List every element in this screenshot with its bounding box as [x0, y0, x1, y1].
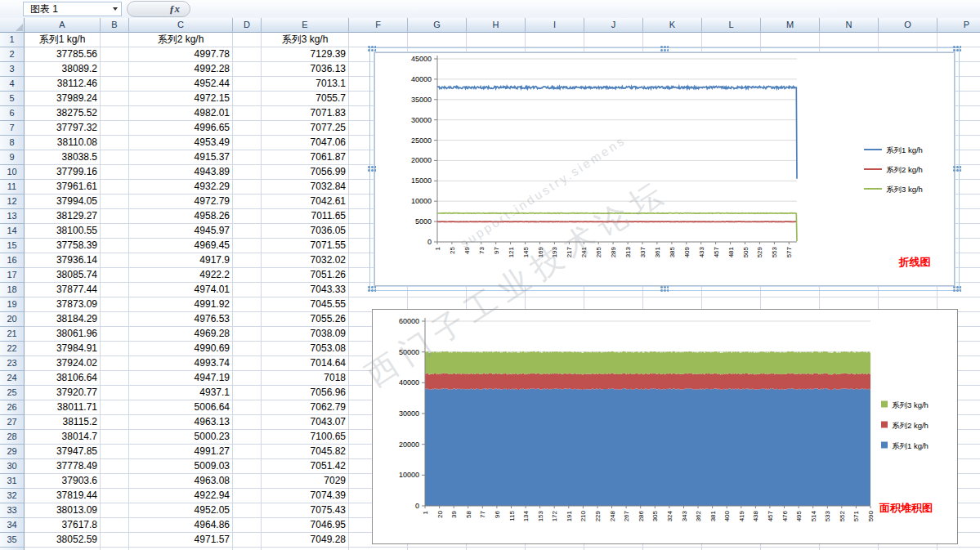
selection-handle[interactable] — [953, 46, 961, 52]
cell-D16[interactable] — [233, 253, 262, 268]
selection-handle[interactable] — [368, 166, 376, 172]
row-header-24[interactable]: 24 — [0, 371, 25, 386]
cell-D22[interactable] — [233, 342, 262, 356]
column-header-C[interactable]: C — [129, 18, 233, 33]
row-header-29[interactable]: 29 — [0, 445, 25, 459]
cell-B20[interactable] — [101, 312, 129, 327]
cell-I1[interactable] — [526, 33, 584, 47]
cell-A28[interactable]: 38014.7 — [25, 430, 101, 445]
row-header-22[interactable]: 22 — [0, 342, 25, 356]
line-chart-area[interactable]: 0500010000150002000025000300003500040000… — [374, 52, 955, 286]
cell-H1[interactable] — [467, 33, 526, 47]
cell-E4[interactable]: 7013.1 — [262, 77, 349, 92]
cell-B22[interactable] — [101, 342, 129, 356]
cell-C25[interactable]: 4937.1 — [129, 386, 233, 400]
row-header-11[interactable]: 11 — [0, 180, 25, 195]
cell-D11[interactable] — [233, 180, 262, 195]
cell-A24[interactable]: 38106.64 — [25, 371, 101, 386]
cell-D23[interactable] — [233, 356, 262, 371]
cell-A15[interactable]: 37758.39 — [25, 239, 101, 253]
column-header-G[interactable]: G — [408, 18, 467, 33]
cell-D26[interactable] — [233, 400, 262, 415]
row-header-2[interactable]: 2 — [0, 47, 25, 62]
cell-E16[interactable]: 7032.02 — [262, 253, 349, 268]
cell-D7[interactable] — [233, 121, 262, 136]
cell-E20[interactable]: 7055.26 — [262, 312, 349, 327]
row-header-30[interactable]: 30 — [0, 459, 25, 474]
cell-E1[interactable]: 系列3 kg/h — [262, 33, 349, 47]
cell-A7[interactable]: 37797.32 — [25, 121, 101, 136]
cell-E9[interactable]: 7061.87 — [262, 150, 349, 165]
cell-E15[interactable]: 7071.55 — [262, 239, 349, 253]
cell-L1[interactable] — [702, 33, 761, 47]
cell-B31[interactable] — [101, 474, 129, 489]
stacked-area-chart-object[interactable]: 0100002000030000400005000060000120395877… — [372, 309, 958, 544]
cell-B16[interactable] — [101, 253, 129, 268]
name-box-dropdown[interactable] — [109, 2, 122, 16]
cell-E23[interactable]: 7014.64 — [262, 356, 349, 371]
cell-D20[interactable] — [233, 312, 262, 327]
cell-C19[interactable]: 4991.92 — [129, 297, 233, 312]
cell-D27[interactable] — [233, 415, 262, 430]
column-header-E[interactable]: E — [262, 18, 349, 33]
cell-C12[interactable]: 4972.79 — [129, 195, 233, 209]
cell-E7[interactable]: 7077.25 — [262, 121, 349, 136]
row-header-33[interactable]: 33 — [0, 503, 25, 518]
cell-B30[interactable] — [101, 459, 129, 474]
cell-A3[interactable]: 38089.2 — [25, 62, 101, 77]
cell-E5[interactable]: 7055.7 — [262, 92, 349, 106]
cell-E26[interactable]: 7062.79 — [262, 400, 349, 415]
cell-E18[interactable]: 7043.33 — [262, 283, 349, 297]
cell-A34[interactable]: 37617.8 — [25, 518, 101, 533]
cell-B33[interactable] — [101, 503, 129, 518]
row-header-12[interactable]: 12 — [0, 195, 25, 209]
cell-C31[interactable]: 4963.08 — [129, 474, 233, 489]
line-chart-object[interactable]: 0500010000150002000025000300003500040000… — [369, 47, 960, 291]
cell-E12[interactable]: 7042.61 — [262, 195, 349, 209]
cell-D30[interactable] — [233, 459, 262, 474]
cell-C16[interactable]: 4917.9 — [129, 253, 233, 268]
row-header-4[interactable]: 4 — [0, 77, 25, 92]
cell-E22[interactable]: 7053.08 — [262, 342, 349, 356]
cell-C8[interactable]: 4953.49 — [129, 136, 233, 150]
cell-D21[interactable] — [233, 327, 262, 342]
cell-C18[interactable]: 4974.01 — [129, 283, 233, 297]
cell-E34[interactable]: 7046.95 — [262, 518, 349, 533]
cell-C13[interactable]: 4958.26 — [129, 209, 233, 224]
cell-D34[interactable] — [233, 518, 262, 533]
column-header-I[interactable]: I — [526, 18, 584, 33]
cell-J1[interactable] — [584, 33, 643, 47]
row-header-8[interactable]: 8 — [0, 136, 25, 150]
cell-O1[interactable] — [879, 33, 937, 47]
cell-B14[interactable] — [101, 224, 129, 239]
cell-D17[interactable] — [233, 268, 262, 283]
cell-A5[interactable]: 37989.24 — [25, 92, 101, 106]
cell-B6[interactable] — [101, 106, 129, 121]
cell-C11[interactable]: 4932.29 — [129, 180, 233, 195]
cell-B24[interactable] — [101, 371, 129, 386]
row-header-21[interactable]: 21 — [0, 327, 25, 342]
cell-A33[interactable]: 38013.09 — [25, 503, 101, 518]
cell-B25[interactable] — [101, 386, 129, 400]
row-header-26[interactable]: 26 — [0, 400, 25, 415]
cell-E8[interactable]: 7047.06 — [262, 136, 349, 150]
cell-E11[interactable]: 7032.84 — [262, 180, 349, 195]
cell-E13[interactable]: 7011.65 — [262, 209, 349, 224]
row-header-25[interactable]: 25 — [0, 386, 25, 400]
row-header-18[interactable]: 18 — [0, 283, 25, 297]
selection-handle[interactable] — [368, 286, 376, 293]
cell-D6[interactable] — [233, 106, 262, 121]
cell-E29[interactable]: 7045.82 — [262, 445, 349, 459]
cell-C23[interactable]: 4993.74 — [129, 356, 233, 371]
cell-C7[interactable]: 4996.65 — [129, 121, 233, 136]
cell-A4[interactable]: 38112.46 — [25, 77, 101, 92]
cell-A12[interactable]: 37994.05 — [25, 195, 101, 209]
row-header-16[interactable]: 16 — [0, 253, 25, 268]
cell-A10[interactable]: 37799.16 — [25, 165, 101, 180]
cell-D31[interactable] — [233, 474, 262, 489]
cell-C15[interactable]: 4969.45 — [129, 239, 233, 253]
cell-B34[interactable] — [101, 518, 129, 533]
row-header-13[interactable]: 13 — [0, 209, 25, 224]
cell-C3[interactable]: 4992.28 — [129, 62, 233, 77]
cell-B2[interactable] — [101, 47, 129, 62]
